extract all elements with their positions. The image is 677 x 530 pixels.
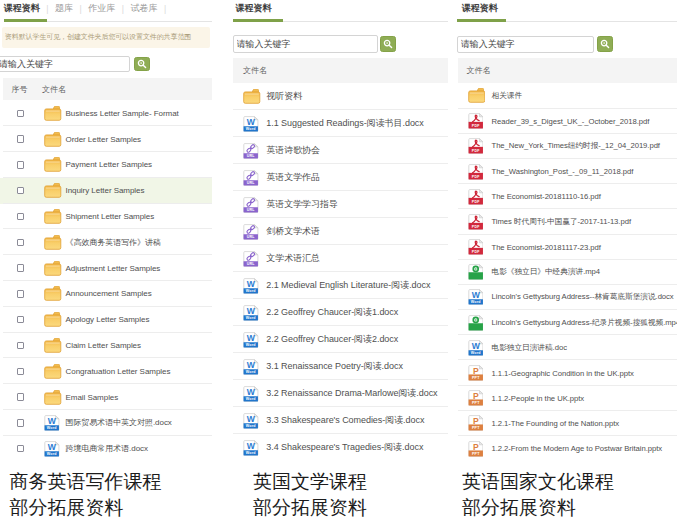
file-name[interactable]: 2.2 Geoffrey Chaucer-阅读1.docx [266, 306, 398, 319]
table-row[interactable]: PDFThe_Washington_Post_-_09_11_2018.pdf [458, 159, 677, 184]
table-row[interactable]: PDFThe Economist-20181110-16.pdf [458, 184, 677, 209]
file-name[interactable]: The Economist-20181110-16.pdf [492, 192, 601, 201]
file-name[interactable]: The Economist-20181117-23.pdf [492, 243, 601, 252]
file-name[interactable]: Claim Letter Samples [66, 341, 141, 350]
table-row[interactable]: URL英语文学作品 [233, 164, 448, 191]
table-row[interactable]: WWord3.2 Renaissance Drama-Marlowe阅读.doc… [233, 380, 448, 407]
file-name[interactable]: The_New_York_Times纽约时报-_12_04_2019.pdf [492, 141, 660, 151]
table-row[interactable]: URL文学术语汇总 [233, 245, 448, 272]
table-row[interactable]: WWord3.1 Renaissance Poetry-阅读.docx [233, 353, 448, 380]
table-row[interactable]: PDFThe Economist-20181117-23.pdf [458, 235, 677, 260]
file-name[interactable]: 2.2 Geoffrey Chaucer-阅读2.docx [266, 333, 398, 346]
file-name[interactable]: 英语诗歌协会 [266, 144, 320, 157]
file-name[interactable]: 国际贸易术语中英文对照.docx [66, 417, 172, 428]
file-name[interactable]: 1.1 Suggested Readings-阅读书目.docx [266, 117, 423, 130]
search-input[interactable] [233, 35, 379, 53]
row-checkbox[interactable] [17, 110, 24, 117]
row-checkbox[interactable] [17, 316, 24, 323]
file-name[interactable]: 文学术语汇总 [266, 252, 320, 265]
tab-course-materials[interactable]: 课程资料 [235, 2, 271, 15]
table-row[interactable]: PDFReader_39_s_Digest_UK_-_October_2018.… [458, 109, 677, 134]
file-name[interactable]: 电影独立日演讲稿.doc [492, 343, 567, 353]
row-checkbox[interactable] [17, 239, 24, 246]
file-name[interactable]: 《高效商务英语写作》讲稿 [66, 237, 161, 248]
row-checkbox[interactable] [17, 264, 24, 271]
table-row[interactable]: Payment Letter Samples [0, 152, 212, 178]
table-row[interactable]: WWord3.4 Shakespeare's Tragedies-阅读.docx [233, 434, 448, 461]
file-name[interactable]: 英语文学学习指导 [266, 198, 338, 211]
search-button[interactable] [597, 36, 613, 52]
row-checkbox[interactable] [17, 445, 24, 452]
row-checkbox[interactable] [17, 290, 24, 297]
file-name[interactable]: 3.4 Shakespeare's Tragedies-阅读.docx [266, 441, 423, 454]
table-row[interactable]: URL剑桥文学术语 [233, 218, 448, 245]
file-name[interactable]: The_Washington_Post_-_09_11_2018.pdf [492, 167, 634, 176]
table-row[interactable]: Business Letter Sample- Format [0, 100, 212, 126]
file-name[interactable]: Times 时代周刊-中国赢了-2017-11-13.pdf [492, 217, 631, 227]
table-row[interactable]: PPPT1.2.1-The Founding of the Nation.ppt… [458, 411, 677, 436]
row-checkbox[interactable] [17, 393, 24, 400]
table-row[interactable]: WWord跨境电商常用术语.docx [0, 436, 212, 462]
file-name[interactable]: 3.1 Renaissance Poetry-阅读.docx [266, 360, 403, 373]
file-name[interactable]: 1.1.2-People in the UK.pptx [492, 394, 585, 403]
table-row[interactable]: WWord国际贸易术语中英文对照.docx [0, 410, 212, 436]
table-row[interactable]: WWord1.1 Suggested Readings-阅读书目.docx [233, 110, 448, 137]
table-row[interactable]: Inquiry Letter Samples [0, 178, 212, 204]
file-name[interactable]: 电影《独立日》中经典演讲.mp4 [492, 267, 601, 277]
file-name[interactable]: Adjustment Letter Samples [66, 264, 161, 273]
file-name[interactable]: 1.2.1-The Founding of the Nation.pptx [492, 419, 620, 428]
file-name[interactable]: Reader_39_s_Digest_UK_-_October_2018.pdf [492, 117, 650, 126]
tab-course-materials[interactable]: 课程资料 [462, 2, 498, 15]
file-name[interactable]: Order Letter Samples [66, 135, 141, 144]
file-name[interactable]: Inquiry Letter Samples [66, 186, 145, 195]
row-checkbox[interactable] [17, 419, 24, 426]
table-row[interactable]: WWord电影独立日演讲稿.doc [458, 335, 677, 360]
file-name[interactable]: 1.1.1-Geographic Condition in the UK.ppt… [492, 369, 634, 378]
file-name[interactable]: 2.1 Medieval English Literature-阅读.docx [266, 279, 430, 292]
table-row[interactable]: URL英语诗歌协会 [233, 137, 448, 164]
table-row[interactable]: 视听资料 [233, 83, 448, 110]
file-name[interactable]: Payment Letter Samples [66, 160, 153, 169]
table-row[interactable]: Adjustment Letter Samples [0, 255, 212, 281]
table-row[interactable]: Shipment Letter Samples [0, 204, 212, 230]
file-name[interactable]: Apology Letter Samples [66, 315, 150, 324]
table-row[interactable]: Claim Letter Samples [0, 333, 212, 359]
table-row[interactable]: WWord2.2 Geoffrey Chaucer-阅读1.docx [233, 299, 448, 326]
table-row[interactable]: Apology Letter Samples [0, 307, 212, 333]
table-row[interactable]: URL英语文学学习指导 [233, 191, 448, 218]
file-name[interactable]: 英语文学作品 [266, 171, 320, 184]
file-name[interactable]: 3.3 Shakespeare's Comedies-阅读.docx [266, 414, 424, 427]
file-name[interactable]: Congratuation Letter Samples [66, 367, 171, 376]
row-checkbox[interactable] [17, 368, 24, 375]
search-input[interactable] [0, 56, 130, 72]
file-name[interactable]: Announcement Samples [66, 289, 152, 298]
table-row[interactable]: PPPT1.1.2-People in the UK.pptx [458, 386, 677, 411]
file-name[interactable]: Shipment Letter Samples [66, 212, 155, 221]
search-button[interactable] [380, 36, 396, 52]
row-checkbox[interactable] [17, 161, 24, 168]
file-name[interactable]: 跨境电商常用术语.docx [66, 443, 148, 454]
table-row[interactable]: WWord2.1 Medieval English Literature-阅读.… [233, 272, 448, 299]
search-input[interactable] [457, 36, 594, 53]
file-name[interactable]: Lincoln's Gettysburg Address-纪录片视频-搜狐视频.… [492, 318, 677, 328]
file-name[interactable]: 剑桥文学术语 [266, 225, 320, 238]
file-name[interactable]: 视听资料 [266, 90, 302, 103]
row-checkbox[interactable] [17, 213, 24, 220]
table-row[interactable]: 《高效商务英语写作》讲稿 [0, 229, 212, 255]
table-row[interactable]: WWordLincoln's Gettysburg Address--林肯葛底斯… [458, 285, 677, 310]
row-checkbox[interactable] [17, 342, 24, 349]
table-row[interactable]: PDFThe_New_York_Times纽约时报-_12_04_2019.pd… [458, 134, 677, 159]
file-name[interactable]: Lincoln's Gettysburg Address--林肯葛底斯堡演说.d… [492, 292, 674, 302]
table-row[interactable]: WWord2.2 Geoffrey Chaucer-阅读2.docx [233, 326, 448, 353]
table-row[interactable]: Announcement Samples [0, 281, 212, 307]
table-row[interactable]: WWord3.3 Shakespeare's Comedies-阅读.docx [233, 407, 448, 434]
file-name[interactable]: Business Letter Sample- Format [66, 109, 179, 118]
row-checkbox[interactable] [17, 187, 24, 194]
search-button[interactable] [134, 57, 149, 72]
table-row[interactable]: 相关课件 [458, 83, 677, 108]
file-name[interactable]: Email Samples [66, 393, 119, 402]
file-name[interactable]: 相关课件 [492, 91, 523, 101]
tab-homework-bank[interactable]: 作业库 [88, 2, 115, 15]
table-row[interactable]: PDFTimes 时代周刊-中国赢了-2017-11-13.pdf [458, 209, 677, 234]
file-name[interactable]: 1.2.2-From the Modern Age to Postwar Bri… [492, 444, 663, 453]
